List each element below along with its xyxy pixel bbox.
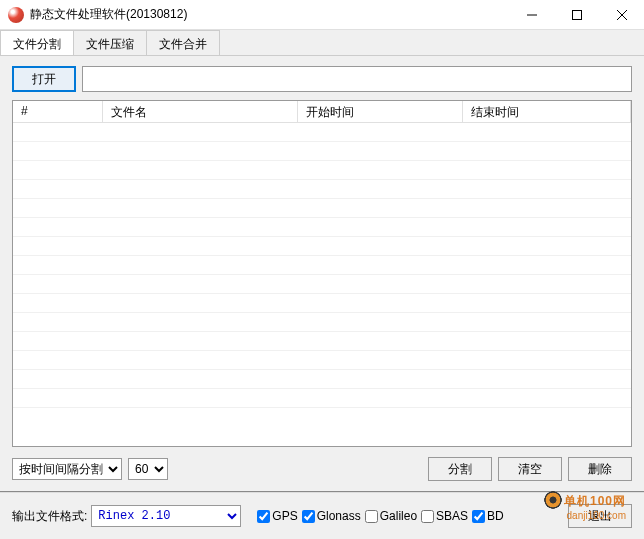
table-row xyxy=(13,218,631,237)
output-format-select[interactable]: Rinex 2.10 xyxy=(91,505,241,527)
app-icon xyxy=(8,7,24,23)
table-row xyxy=(13,237,631,256)
gnss-gps[interactable]: GPS xyxy=(257,509,297,523)
gnss-galileo[interactable]: Galileo xyxy=(365,509,417,523)
col-filename[interactable]: 文件名 xyxy=(103,101,298,122)
galileo-checkbox[interactable] xyxy=(365,510,378,523)
tab-file-split[interactable]: 文件分割 xyxy=(0,30,74,55)
delete-button[interactable]: 删除 xyxy=(568,457,632,481)
clear-button[interactable]: 清空 xyxy=(498,457,562,481)
window-title: 静态文件处理软件(20130812) xyxy=(30,6,509,23)
table-row xyxy=(13,313,631,332)
split-mode-select[interactable]: 按时间间隔分割 xyxy=(12,458,122,480)
split-button[interactable]: 分割 xyxy=(428,457,492,481)
table-row xyxy=(13,161,631,180)
close-button[interactable] xyxy=(599,0,644,30)
table-row xyxy=(13,123,631,142)
output-format-label: 输出文件格式: xyxy=(12,508,87,525)
table-row xyxy=(13,142,631,161)
sbas-checkbox[interactable] xyxy=(421,510,434,523)
tab-file-merge[interactable]: 文件合并 xyxy=(146,30,220,55)
table-row xyxy=(13,389,631,408)
table-row xyxy=(13,180,631,199)
table-row xyxy=(13,294,631,313)
table-row xyxy=(13,370,631,389)
gnss-sbas[interactable]: SBAS xyxy=(421,509,468,523)
maximize-button[interactable] xyxy=(554,0,599,30)
file-path-input[interactable] xyxy=(82,66,632,92)
table-row xyxy=(13,351,631,370)
table-row xyxy=(13,332,631,351)
gps-checkbox[interactable] xyxy=(257,510,270,523)
table-row xyxy=(13,275,631,294)
minimize-button[interactable] xyxy=(509,0,554,30)
open-button[interactable]: 打开 xyxy=(12,66,76,92)
table-body[interactable] xyxy=(13,123,631,446)
table-row xyxy=(13,256,631,275)
glonass-checkbox[interactable] xyxy=(302,510,315,523)
col-start-time[interactable]: 开始时间 xyxy=(298,101,463,122)
svg-rect-1 xyxy=(572,10,581,19)
exit-button[interactable]: 退出 xyxy=(568,504,632,528)
col-end-time[interactable]: 结束时间 xyxy=(463,101,631,122)
gnss-glonass[interactable]: Glonass xyxy=(302,509,361,523)
gnss-bd[interactable]: BD xyxy=(472,509,504,523)
file-table: # 文件名 开始时间 结束时间 xyxy=(12,100,632,447)
interval-select[interactable]: 60 xyxy=(128,458,168,480)
tab-file-compress[interactable]: 文件压缩 xyxy=(73,30,147,55)
table-row xyxy=(13,199,631,218)
col-index[interactable]: # xyxy=(13,101,103,122)
tab-bar: 文件分割 文件压缩 文件合并 xyxy=(0,30,644,56)
bd-checkbox[interactable] xyxy=(472,510,485,523)
